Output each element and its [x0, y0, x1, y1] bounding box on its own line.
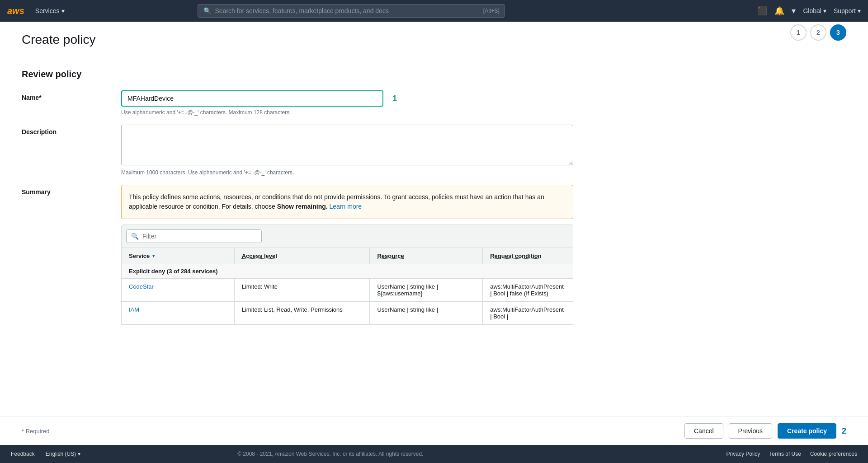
service-cell: CodeStar [122, 279, 235, 302]
global-chevron-icon: ▾ [823, 7, 826, 14]
iam-link[interactable]: IAM [129, 306, 139, 313]
summary-table: Service ▾ Access level Resource Request … [121, 248, 573, 325]
support-chevron-icon: ▾ [858, 7, 861, 14]
services-menu[interactable]: Services ▾ [32, 7, 68, 14]
dropdown-icon[interactable]: ▾ [792, 6, 796, 16]
filter-bar: 🔍 [121, 224, 573, 248]
access-cell: Limited: List, Read, Write, Permissions [234, 302, 370, 325]
summary-content: This policy defines some actions, resour… [121, 185, 846, 325]
services-chevron-icon: ▾ [61, 7, 65, 14]
cloud-shell-icon[interactable]: ⬛ [757, 6, 767, 16]
top-navigation: aws Services ▾ 🔍 [Alt+S] ⬛ 🔔 ▾ Global ▾ … [0, 0, 868, 22]
global-region[interactable]: Global ▾ [803, 7, 826, 14]
table-header-row: Service ▾ Access level Resource Request … [122, 248, 573, 264]
filter-input[interactable] [142, 233, 257, 240]
table-row: IAM Limited: List, Read, Write, Permissi… [122, 302, 573, 325]
main-content: Create policy 1 2 3 Review policy Name* … [0, 22, 868, 445]
nav-right: ⬛ 🔔 ▾ Global ▾ Support ▾ [757, 6, 861, 16]
support-label: Support [834, 7, 856, 14]
section-title: Review policy [22, 69, 846, 80]
search-shortcut: [Alt+S] [483, 8, 500, 14]
search-icon: 🔍 [203, 7, 211, 14]
description-row: Description Maximum 1000 characters. Use… [22, 125, 846, 176]
aws-logo[interactable]: aws [7, 6, 24, 16]
summary-label: Summary [22, 185, 121, 196]
global-label: Global [803, 7, 821, 14]
group-row: Explicit deny (3 of 284 services) [122, 264, 573, 279]
condition-cell: aws:MultiFactorAuthPresent | Bool | [483, 302, 573, 325]
codestar-link[interactable]: CodeStar [129, 283, 154, 290]
services-label: Services [35, 7, 60, 14]
step-2[interactable]: 2 [810, 24, 826, 41]
description-label: Description [22, 125, 121, 136]
service-cell: IAM [122, 302, 235, 325]
access-cell: Limited: Write [234, 279, 370, 302]
col-service-header: Service ▾ [122, 248, 235, 264]
resource-cell: UserName | string like | ${aws:username} [370, 279, 483, 302]
create-policy-button[interactable]: Create policy [778, 423, 836, 439]
previous-button[interactable]: Previous [729, 423, 772, 439]
sort-icon[interactable]: ▾ [152, 253, 155, 258]
required-note: * Required [22, 428, 49, 435]
filter-input-wrap[interactable]: 🔍 [126, 229, 262, 243]
table-row: CodeStar Limited: Write UserName | strin… [122, 279, 573, 302]
summary-row: Summary This policy defines some actions… [22, 185, 846, 325]
name-hint: Use alphanumeric and '+=,.@-_' character… [121, 109, 383, 116]
resource-cell: UserName | string like | [370, 302, 483, 325]
col-access-header: Access level [234, 248, 370, 264]
group-label: Explicit deny (3 of 284 services) [122, 264, 573, 279]
step-3[interactable]: 3 [830, 24, 846, 41]
filter-icon: 🔍 [131, 233, 139, 240]
char-count: 1 [392, 90, 397, 103]
name-input[interactable] [123, 92, 382, 105]
name-input-wrapper [121, 90, 383, 107]
description-textarea[interactable] [121, 125, 573, 165]
condition-cell: aws:MultiFactorAuthPresent | Bool | fals… [483, 279, 573, 302]
name-field: Use alphanumeric and '+=,.@-_' character… [121, 90, 383, 116]
learn-more-link[interactable]: Learn more [330, 203, 362, 210]
bottom-count: 2 [842, 426, 846, 436]
search-bar[interactable]: 🔍 [Alt+S] [198, 4, 505, 18]
name-row: Name* Use alphanumeric and '+=,.@-_' cha… [22, 90, 846, 116]
description-field: Maximum 1000 characters. Use alphanumeri… [121, 125, 846, 176]
step-indicator: 1 2 3 [790, 24, 846, 41]
description-hint: Maximum 1000 characters. Use alphanumeri… [121, 169, 846, 176]
col-resource-header: Resource [370, 248, 483, 264]
col-condition-header: Request condition [483, 248, 573, 264]
name-label: Name* [22, 90, 121, 101]
support-menu[interactable]: Support ▾ [834, 7, 861, 14]
search-input[interactable] [215, 7, 479, 14]
notifications-icon[interactable]: 🔔 [774, 6, 784, 16]
bottom-bar: * Required Cancel Previous Create policy… [0, 416, 868, 445]
divider [22, 58, 846, 58]
step-1[interactable]: 1 [790, 24, 807, 41]
page-title: Create policy [22, 33, 95, 47]
warning-bold: Show remaining. [277, 203, 328, 210]
summary-warning: This policy defines some actions, resour… [121, 185, 573, 219]
cancel-button[interactable]: Cancel [684, 423, 723, 439]
